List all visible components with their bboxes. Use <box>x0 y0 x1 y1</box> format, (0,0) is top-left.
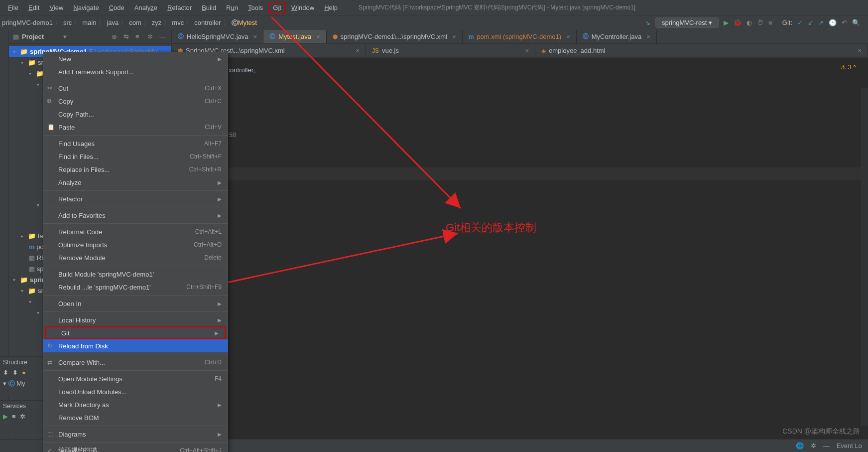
menu-item[interactable]: Remove BOM <box>43 411 228 424</box>
services-panel[interactable]: Services ▶≡✲ <box>0 400 43 437</box>
menu-item[interactable]: Add Framework Support... <box>43 65 228 78</box>
close-icon[interactable]: × <box>316 33 320 40</box>
menu-run[interactable]: Run <box>222 2 242 13</box>
close-icon[interactable]: × <box>525 47 529 54</box>
services-icon[interactable]: ✲ <box>20 413 25 420</box>
search-icon[interactable]: 🔍 <box>852 19 860 26</box>
menu-analyze[interactable]: Analyze <box>130 2 161 13</box>
menu-code[interactable]: Code <box>105 2 128 13</box>
menu-item[interactable]: Copy Path... <box>43 108 228 121</box>
chevron-down-icon[interactable]: ▾ <box>63 33 67 40</box>
structure-icon[interactable]: ⬍ <box>3 369 8 376</box>
menu-item[interactable]: Find in Files...Ctrl+Shift+F <box>43 150 228 163</box>
menu-edit[interactable]: Edit <box>24 2 43 13</box>
menu-item[interactable]: ⬚Diagrams▶ <box>43 428 228 441</box>
menu-item[interactable]: ✂CutCtrl+X <box>43 82 228 95</box>
structure-icon[interactable]: ⬍ <box>12 369 18 376</box>
tab-mycontroller[interactable]: ⒸMyController.java× <box>577 30 657 43</box>
close-icon[interactable]: × <box>253 33 257 40</box>
menu-item[interactable]: Git▶ <box>45 326 226 339</box>
tab-mytest[interactable]: ⒸMytest.java× <box>263 30 326 43</box>
coverage-icon[interactable]: ◐ <box>746 19 752 26</box>
sidebar-title[interactable]: Project <box>22 33 63 40</box>
bc-0[interactable]: pringMVC-demo1 <box>2 19 53 26</box>
menu-item[interactable]: Reformat CodeCtrl+Alt+L <box>43 225 228 238</box>
stop-icon[interactable]: ■ <box>768 19 772 26</box>
warning-badge[interactable]: ⚠ 3 ^ <box>841 61 856 74</box>
menu-item[interactable]: Load/Unload Modules... <box>43 385 228 398</box>
menu-git[interactable]: Git <box>269 2 285 13</box>
bc-8[interactable]: Mytest <box>238 19 257 26</box>
close-icon[interactable]: × <box>452 33 456 40</box>
git-commit-icon[interactable]: ↙ <box>808 19 813 26</box>
bc-5[interactable]: zyz <box>152 19 162 26</box>
menu-item[interactable]: Open In▶ <box>43 297 228 310</box>
menu-item[interactable]: Optimize ImportsCtrl+Alt+O <box>43 238 228 251</box>
debug-icon[interactable]: 🐞 <box>734 19 742 26</box>
structure-icon[interactable]: ● <box>22 369 26 376</box>
menu-item[interactable]: Refactor▶ <box>43 192 228 205</box>
collapse-icon[interactable]: ⇆ <box>124 33 131 41</box>
close-icon[interactable]: × <box>646 33 650 40</box>
menu-item[interactable]: 📋PasteCtrl+V <box>43 121 228 134</box>
close-icon[interactable]: × <box>566 33 570 40</box>
hide-icon[interactable]: — <box>823 442 830 450</box>
menu-item[interactable]: Analyze▶ <box>43 176 228 189</box>
git-update-icon[interactable]: ✓ <box>797 19 803 26</box>
bc-6[interactable]: mvc <box>172 19 184 26</box>
hammer-icon[interactable]: ↘ <box>645 19 650 26</box>
bc-4[interactable]: com <box>129 19 141 26</box>
bc-2[interactable]: main <box>82 19 96 26</box>
bc-1[interactable]: src <box>63 19 72 26</box>
menu-item[interactable]: Replace in Files...Ctrl+Shift+R <box>43 163 228 176</box>
menu-item[interactable]: Rebuild ...le 'springMVC-demo1'Ctrl+Shif… <box>43 281 228 294</box>
menu-item[interactable]: Local History▶ <box>43 313 228 326</box>
profile-icon[interactable]: ⏱ <box>757 19 763 26</box>
tab-employee-add[interactable]: ◈employee_add.html× <box>535 44 868 57</box>
gear-icon[interactable]: ✲ <box>811 442 816 450</box>
menu-navigate[interactable]: Navigate <box>69 2 103 13</box>
menu-view[interactable]: View <box>45 2 67 13</box>
bc-3[interactable]: java <box>107 19 119 26</box>
services-icon[interactable]: ≡ <box>12 413 16 420</box>
run-config-dropdown[interactable]: springMVC-rest ▾ <box>655 17 719 28</box>
run-icon[interactable]: ▶ <box>724 19 729 26</box>
menu-item[interactable]: ⧉CopyCtrl+C <box>43 95 228 108</box>
menu-item[interactable]: Find UsagesAlt+F7 <box>43 137 228 150</box>
menu-item[interactable]: Build Module 'springMVC-demo1' <box>43 268 228 281</box>
tab-pom[interactable]: mpom.xml (springMVC-demo1)× <box>463 30 577 43</box>
tab-springmvc-xml[interactable]: ⬢springMVC-demo1\...\springMVC.xml× <box>327 30 463 43</box>
menu-item[interactable]: ⇄Compare With...Ctrl+D <box>43 356 228 369</box>
run-icon[interactable]: ▶ <box>3 413 8 420</box>
editor[interactable]: ⚠ 3 ^ kage com.zyz.mvc.controller; @auth… <box>172 58 868 439</box>
event-log[interactable]: Event Lo <box>837 442 862 450</box>
git-history-icon[interactable]: 🕒 <box>829 19 837 26</box>
menu-item[interactable]: New▶ <box>43 52 228 65</box>
close-icon[interactable]: × <box>858 47 862 54</box>
tab-vue[interactable]: JSvue.js× <box>366 44 535 57</box>
menu-item[interactable]: ✓编码规约扫描Ctrl+Alt+Shift+J <box>43 444 228 452</box>
git-push-icon[interactable]: ↗ <box>818 19 824 26</box>
tab-hello[interactable]: ⒸHelloSpringMVC.java× <box>172 30 263 43</box>
structure-panel[interactable]: Structure ⬍⬍● ▾ Ⓒ My <box>0 356 43 394</box>
expand-icon[interactable]: ≡ <box>135 33 143 41</box>
gear-icon[interactable]: ✲ <box>147 33 155 41</box>
menu-item[interactable]: Add to Favorites▶ <box>43 209 228 222</box>
menu-tools[interactable]: Tools <box>244 2 267 13</box>
target-icon[interactable]: ⊕ <box>112 33 120 41</box>
menu-help[interactable]: Help <box>320 2 342 13</box>
project-icon[interactable]: ▤ <box>13 33 19 40</box>
menu-item[interactable]: Mark Directory as▶ <box>43 398 228 411</box>
bc-7[interactable]: controller <box>194 19 221 26</box>
git-rollback-icon[interactable]: ↶ <box>842 19 847 26</box>
menu-item[interactable]: ↻Reload from Disk <box>43 339 228 352</box>
hide-icon[interactable]: — <box>159 33 167 41</box>
menu-item[interactable]: Remove ModuleDelete <box>43 251 228 264</box>
menu-window[interactable]: Window <box>287 2 318 13</box>
close-icon[interactable]: × <box>356 47 360 54</box>
menu-build[interactable]: Build <box>198 2 220 13</box>
menu-file[interactable]: File <box>4 2 22 13</box>
globe-icon[interactable]: 🌐 <box>796 442 804 450</box>
menu-refactor[interactable]: Refactor <box>163 2 196 13</box>
menu-item[interactable]: Open Module SettingsF4 <box>43 372 228 385</box>
